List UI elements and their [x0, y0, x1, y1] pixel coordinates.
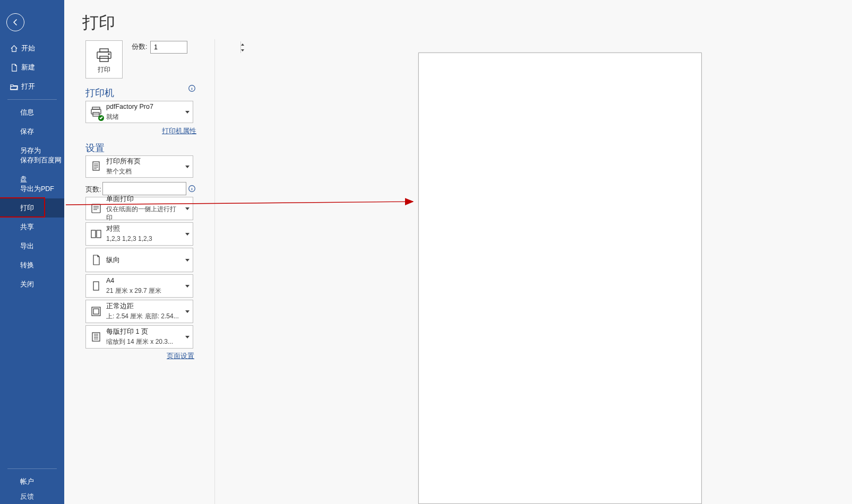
svg-rect-13 — [92, 204, 100, 213]
portrait-icon — [86, 254, 106, 266]
option-title: 对照 — [106, 224, 182, 233]
per-sheet-icon — [86, 331, 106, 343]
copies-increment[interactable] — [241, 41, 244, 47]
option-title: A4 — [106, 276, 182, 285]
pages-per-sheet-selector[interactable]: 每版打印 1 页缩放到 14 厘米 x 20.3... — [85, 325, 193, 349]
nav-item-account[interactable]: 帐户 — [0, 472, 64, 491]
svg-rect-18 — [93, 309, 99, 314]
nav-item-new[interactable]: 新建 — [0, 58, 64, 77]
option-subtitle: 上: 2.54 厘米 底部: 2.54... — [106, 312, 182, 320]
backstage-nav: 开始 新建 打开 信息 保存 另存为 保存到百度网盘 导出为PDF 打印 共享 … — [0, 0, 64, 504]
option-title: 正常边距 — [106, 302, 182, 311]
copies-label: 份数: — [132, 42, 147, 51]
page-setup-link[interactable]: 页面设置 — [167, 352, 194, 361]
nav-item-label: 新建 — [21, 58, 35, 77]
home-icon — [10, 44, 18, 53]
option-subtitle: 21 厘米 x 29.7 厘米 — [106, 286, 182, 295]
svg-rect-3 — [100, 49, 108, 52]
page-title: 打印 — [82, 12, 115, 34]
nav-separator — [7, 99, 57, 100]
nav-item-label: 帐户 — [20, 472, 34, 491]
nav-item-export[interactable]: 导出 — [0, 237, 64, 256]
pages-label: 页数: — [85, 185, 101, 194]
nav-item-label: 打开 — [21, 77, 35, 96]
printer-heading: 打印机 — [85, 86, 114, 99]
nav-item-label: 反馈 — [20, 491, 34, 502]
orientation-selector[interactable]: 纵向 — [85, 248, 193, 272]
svg-point-6 — [108, 54, 109, 55]
pages-all-icon — [86, 161, 106, 172]
printer-status: 就绪 — [106, 112, 182, 121]
nav-item-share[interactable]: 共享 — [0, 218, 64, 237]
nav-item-open[interactable]: 打开 — [0, 77, 64, 96]
copies-spinner[interactable] — [150, 41, 187, 54]
status-check-icon — [98, 115, 104, 121]
nav-item-label: 导出 — [20, 237, 34, 256]
nav-item-label: 转换 — [20, 256, 34, 275]
single-side-icon — [86, 203, 106, 214]
nav-item-save-baidu[interactable]: 保存到百度网盘 — [0, 160, 64, 179]
nav-item-save[interactable]: 保存 — [0, 122, 64, 141]
print-preview-page — [418, 53, 702, 504]
printer-info-icon[interactable] — [188, 85, 195, 92]
settings-heading: 设置 — [85, 142, 105, 154]
option-subtitle: 缩放到 14 厘米 x 20.3... — [106, 337, 182, 346]
nav-item-label: 打印 — [20, 198, 34, 218]
margins-selector[interactable]: 正常边距上: 2.54 厘米 底部: 2.54... — [85, 300, 193, 323]
collate-selector[interactable]: 对照1,2,3 1,2,3 1,2,3 — [85, 222, 193, 246]
svg-rect-4 — [97, 52, 111, 58]
nav-item-label: 关闭 — [20, 275, 34, 294]
print-sides-selector[interactable]: 单面打印仅在纸面的一侧上进行打印 — [85, 197, 193, 220]
nav-item-convert[interactable]: 转换 — [0, 256, 64, 275]
collate-sequence: 1,2,3 1,2,3 1,2,3 — [106, 234, 182, 243]
printer-properties-link[interactable]: 打印机属性 — [162, 127, 196, 136]
option-title: 每版打印 1 页 — [106, 327, 182, 336]
backstage-area: 打印 打印 份数: 打印机 pdfFactory Pro7 就绪 打印机属性 设… — [64, 0, 852, 504]
back-button[interactable] — [6, 13, 24, 31]
nav-item-label: 导出为PDF — [20, 179, 54, 198]
chevron-down-icon — [182, 166, 193, 168]
chevron-down-icon — [182, 259, 193, 262]
copies-decrement[interactable] — [241, 47, 244, 53]
chevron-down-icon — [182, 310, 193, 313]
svg-rect-11 — [93, 162, 99, 170]
nav-item-label: 共享 — [20, 218, 34, 237]
print-what-selector[interactable]: 打印所有页整个文档 — [85, 155, 193, 178]
option-subtitle: 整个文档 — [106, 167, 182, 176]
printer-selector[interactable]: pdfFactory Pro7 就绪 — [85, 101, 193, 123]
print-button-label: 打印 — [98, 65, 110, 74]
chevron-down-icon — [182, 285, 193, 288]
svg-rect-16 — [93, 282, 99, 290]
folder-open-icon — [10, 82, 18, 91]
svg-rect-14 — [91, 230, 96, 238]
nav-separator — [7, 468, 57, 469]
svg-rect-5 — [100, 56, 108, 62]
chevron-down-icon — [182, 336, 193, 338]
option-title: 单面打印 — [106, 195, 182, 204]
nav-item-label: 信息 — [20, 103, 34, 122]
paper-size-selector[interactable]: A421 厘米 x 29.7 厘米 — [85, 274, 193, 298]
nav-item-home[interactable]: 开始 — [0, 39, 64, 58]
svg-rect-15 — [97, 230, 101, 238]
option-title: 纵向 — [106, 256, 182, 265]
print-button[interactable]: 打印 — [85, 40, 123, 79]
vertical-divider — [214, 39, 215, 504]
nav-item-info[interactable]: 信息 — [0, 103, 64, 122]
svg-rect-8 — [92, 107, 100, 109]
nav-item-close[interactable]: 关闭 — [0, 275, 64, 294]
printer-name: pdfFactory Pro7 — [106, 102, 182, 111]
pages-info-icon[interactable] — [188, 185, 195, 192]
copies-input[interactable] — [151, 41, 240, 53]
chevron-down-icon — [182, 207, 193, 210]
paper-size-icon — [86, 280, 106, 292]
nav-item-feedback[interactable]: 反馈 — [0, 491, 64, 502]
print-icon — [96, 48, 112, 64]
nav-item-print[interactable]: 打印 — [0, 198, 64, 218]
file-icon — [10, 63, 18, 72]
chevron-down-icon — [182, 111, 193, 114]
option-title: 打印所有页 — [106, 157, 182, 166]
collate-icon — [86, 228, 106, 240]
option-subtitle: 仅在纸面的一侧上进行打印 — [106, 205, 182, 222]
margins-icon — [86, 306, 106, 317]
chevron-down-icon — [182, 233, 193, 236]
